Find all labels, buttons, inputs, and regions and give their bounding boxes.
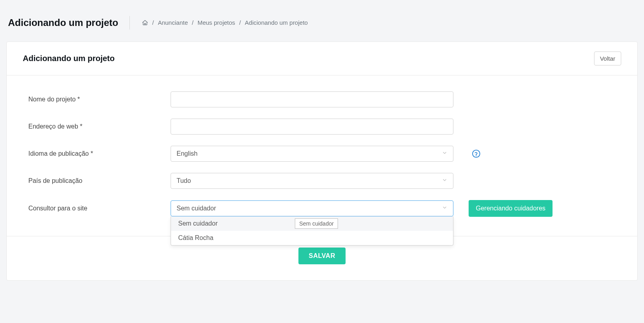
select-value: Sem cuidador	[177, 205, 216, 212]
chevron-down-icon	[442, 177, 447, 184]
home-icon[interactable]	[142, 20, 148, 26]
row-project-name: Nome do projeto *	[23, 91, 621, 107]
page-header: Adicionando um projeto / Anunciante / Me…	[0, 0, 644, 42]
web-address-input[interactable]	[171, 119, 453, 135]
chevron-down-icon	[442, 205, 447, 212]
row-web-address: Endereço de web *	[23, 119, 621, 135]
select-value: Tudo	[177, 177, 191, 184]
help-icon[interactable]	[472, 149, 481, 158]
dropdown-item-sem-cuidador[interactable]: Sem cuidador Sem cuidador	[171, 216, 453, 231]
form-body: Nome do projeto * Endereço de web * Idio…	[7, 75, 637, 236]
dropdown-panel: Sem cuidador Sem cuidador Cátia Rocha	[171, 216, 453, 246]
dropdown-item-label: Sem cuidador	[178, 220, 218, 227]
row-site-consultant: Consultor para o site Sem cuidador Sem c…	[23, 200, 621, 217]
card-title: Adicionando um projeto	[23, 54, 115, 63]
publication-country-select[interactable]: Tudo	[171, 173, 453, 189]
label-project-name: Nome do projeto *	[23, 96, 171, 103]
breadcrumb: / Anunciante / Meus projetos / Adicionan…	[142, 19, 308, 26]
breadcrumb-separator: /	[239, 19, 241, 26]
label-publication-language: Idioma de publicação *	[23, 150, 171, 157]
chevron-down-icon	[442, 150, 447, 157]
label-site-consultant: Consultor para o site	[23, 205, 171, 212]
manage-caregivers-button[interactable]: Gerenciando cuidadores	[469, 200, 553, 217]
select-value: English	[177, 150, 197, 157]
tooltip: Sem cuidador	[295, 218, 338, 229]
row-publication-country: País de publicação Tudo	[23, 173, 621, 189]
content-card: Adicionando um projeto Voltar Nome do pr…	[6, 42, 638, 281]
back-button[interactable]: Voltar	[594, 52, 621, 65]
breadcrumb-separator: /	[192, 19, 193, 26]
card-header: Adicionando um projeto Voltar	[7, 42, 637, 75]
breadcrumb-anunciante[interactable]: Anunciante	[158, 19, 188, 26]
breadcrumb-separator: /	[152, 19, 154, 26]
project-name-input[interactable]	[171, 91, 453, 107]
save-button[interactable]: SALVAR	[298, 248, 346, 264]
dropdown-item-label: Cátia Rocha	[178, 234, 213, 241]
publication-language-select[interactable]: English	[171, 146, 453, 162]
breadcrumb-meus-projetos[interactable]: Meus projetos	[197, 19, 235, 26]
breadcrumb-current: Adicionando um projeto	[245, 19, 308, 26]
label-web-address: Endereço de web *	[23, 123, 171, 130]
row-publication-language: Idioma de publicação * English	[23, 146, 621, 162]
page-title: Adicionando um projeto	[8, 16, 130, 30]
label-publication-country: País de publicação	[23, 177, 171, 184]
dropdown-item-catia-rocha[interactable]: Cátia Rocha	[171, 231, 453, 245]
site-consultant-select[interactable]: Sem cuidador	[171, 200, 453, 216]
